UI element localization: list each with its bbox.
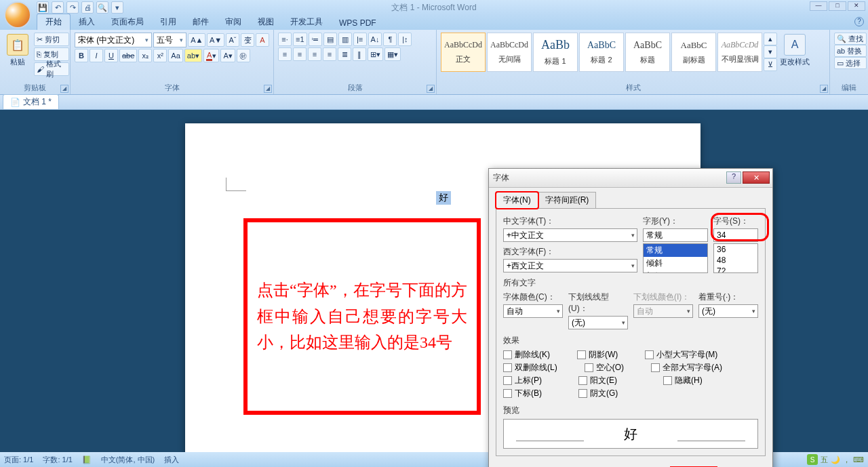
chk-sup[interactable]: 上标(P) bbox=[503, 375, 542, 386]
tab-layout[interactable]: 页面布局 bbox=[103, 14, 152, 30]
emphasis-combo[interactable]: (无) bbox=[698, 304, 758, 318]
status-mode[interactable]: 插入 bbox=[164, 455, 179, 465]
char-shading-button[interactable]: A▾ bbox=[220, 49, 235, 62]
size-input[interactable]: 34 bbox=[713, 228, 758, 242]
ime-keyboard-icon[interactable]: ⌨ bbox=[853, 455, 864, 464]
west-font-combo[interactable]: +西文正文 bbox=[503, 259, 637, 272]
shading-button[interactable]: ⊞▾ bbox=[368, 47, 383, 61]
chk-allcaps[interactable]: 全部大写字母(A) bbox=[651, 362, 722, 373]
text-effects-button[interactable]: Aa bbox=[168, 49, 182, 62]
style-heading1[interactable]: AaBb标题 1 bbox=[533, 33, 578, 72]
status-lang[interactable]: 中文(简体, 中国) bbox=[101, 455, 155, 465]
chk-outline[interactable]: 空心(O) bbox=[585, 362, 624, 373]
change-case-button[interactable]: 变 bbox=[241, 33, 254, 47]
style-listbox[interactable]: 常规 倾斜 加粗 bbox=[643, 243, 708, 273]
grow-font-button[interactable]: A▲ bbox=[188, 33, 205, 47]
show-marks-button[interactable]: ¶ bbox=[383, 33, 397, 46]
style-subtle-emphasis[interactable]: AaBbCcDd不明显强调 bbox=[717, 33, 762, 72]
font-color-combo[interactable]: 自动 bbox=[503, 304, 563, 318]
restore-button[interactable]: □ bbox=[829, 1, 846, 11]
chk-emboss[interactable]: 阳文(E) bbox=[578, 375, 617, 386]
replace-button[interactable]: ab替换 bbox=[834, 45, 867, 57]
snap-grid-button[interactable]: ‖ bbox=[353, 47, 366, 61]
shrink-font-button[interactable]: A▼ bbox=[207, 33, 224, 47]
font-name-combo[interactable]: 宋体 (中文正文) bbox=[75, 33, 152, 47]
phonetic-button[interactable]: Aˇ bbox=[226, 33, 239, 47]
tab-home[interactable]: 开始 bbox=[37, 14, 71, 30]
tab-view[interactable]: 视图 bbox=[250, 14, 282, 30]
qat-redo-icon[interactable]: ↷ bbox=[66, 1, 79, 14]
style-subtitle[interactable]: AaBbC副标题 bbox=[671, 33, 716, 72]
change-styles-button[interactable]: A 更改样式 bbox=[777, 33, 812, 72]
clipboard-dialog-launcher[interactable]: ◢ bbox=[60, 85, 68, 93]
font-color-button[interactable]: A▾ bbox=[203, 49, 219, 62]
style-scroll-down[interactable]: ▾ bbox=[764, 45, 777, 58]
size-listbox[interactable]: 36 48 72 bbox=[713, 243, 758, 273]
styles-dialog-launcher[interactable]: ◢ bbox=[820, 85, 828, 93]
underline-button[interactable]: U bbox=[104, 49, 118, 62]
style-opt-bold[interactable]: 加粗 bbox=[644, 270, 707, 273]
justify-button[interactable]: ≡ bbox=[323, 47, 336, 61]
style-input[interactable]: 常规 bbox=[643, 228, 708, 242]
ime-punct-icon[interactable]: ， bbox=[843, 455, 850, 465]
tab-references[interactable]: 引用 bbox=[152, 14, 184, 30]
chk-dstrike[interactable]: 双删除线(L) bbox=[503, 362, 557, 373]
line-spacing-button[interactable]: |↕ bbox=[398, 33, 412, 46]
close-button[interactable]: ✕ bbox=[848, 1, 865, 11]
dialog-close-button[interactable]: ✕ bbox=[743, 171, 770, 184]
selected-text[interactable]: 好 bbox=[436, 191, 451, 205]
chk-shadow[interactable]: 阴影(W) bbox=[577, 349, 618, 361]
underline-combo[interactable]: (无) bbox=[568, 316, 628, 329]
borders-button[interactable]: ▦▾ bbox=[384, 47, 401, 61]
dialog-titlebar[interactable]: 字体 ? ✕ bbox=[489, 169, 772, 188]
minimize-button[interactable]: — bbox=[810, 1, 827, 11]
style-opt-regular[interactable]: 常规 bbox=[644, 244, 707, 257]
document-tab[interactable]: 📄 文档 1 * bbox=[3, 94, 59, 109]
style-normal[interactable]: AaBbCcDd正文 bbox=[441, 33, 486, 72]
qat-print-icon[interactable]: 🖨 bbox=[81, 1, 94, 14]
align-left-button[interactable]: ≡ bbox=[278, 47, 292, 61]
strike-button[interactable]: abe bbox=[119, 49, 137, 62]
office-button[interactable] bbox=[4, 1, 31, 28]
size-opt-36[interactable]: 36 bbox=[714, 244, 757, 255]
cn-font-combo[interactable]: +中文正文 bbox=[503, 228, 637, 242]
chk-sub[interactable]: 下标(B) bbox=[503, 388, 542, 399]
chk-hidden[interactable]: 隐藏(H) bbox=[663, 375, 703, 386]
sort-button[interactable]: A↓ bbox=[368, 33, 382, 46]
highlight-button[interactable]: ab▾ bbox=[184, 49, 202, 62]
tab-developer[interactable]: 开发工具 bbox=[282, 14, 331, 30]
qat-undo-icon[interactable]: ↶ bbox=[52, 1, 64, 14]
font-dialog-launcher[interactable]: ◢ bbox=[264, 85, 272, 93]
font-size-combo[interactable]: 五号 bbox=[153, 33, 186, 47]
enclose-char-button[interactable]: ㊖ bbox=[237, 49, 250, 62]
bullets-button[interactable]: ≡· bbox=[278, 33, 292, 46]
select-button[interactable]: ▭选择 bbox=[834, 57, 867, 69]
chk-strike[interactable]: 删除线(K) bbox=[503, 349, 550, 361]
increase-indent-button[interactable]: ▥ bbox=[338, 33, 352, 46]
align-center-button[interactable]: ≡ bbox=[293, 47, 307, 61]
style-gallery-more[interactable]: ⊻ bbox=[764, 58, 777, 71]
ime-icon[interactable]: S bbox=[807, 454, 818, 465]
tab-review[interactable]: 审阅 bbox=[217, 14, 250, 30]
dialog-tab-font[interactable]: 字体(N) bbox=[496, 192, 538, 209]
size-opt-72[interactable]: 72 bbox=[714, 266, 757, 273]
paragraph-dialog-launcher[interactable]: ◢ bbox=[427, 85, 435, 93]
status-words[interactable]: 字数: 1/1 bbox=[43, 455, 72, 465]
dialog-tab-spacing[interactable]: 字符间距(R) bbox=[538, 192, 597, 209]
italic-button[interactable]: I bbox=[90, 49, 103, 62]
decrease-indent-button[interactable]: ▤ bbox=[323, 33, 337, 46]
size-opt-48[interactable]: 48 bbox=[714, 255, 757, 266]
dialog-help-button[interactable]: ? bbox=[726, 171, 741, 184]
numbering-button[interactable]: ≡1 bbox=[293, 33, 307, 46]
chk-smallcaps[interactable]: 小型大写字母(M) bbox=[645, 349, 717, 361]
distribute-button[interactable]: ≣ bbox=[338, 47, 351, 61]
help-icon[interactable]: ? bbox=[854, 17, 864, 26]
ime-text[interactable]: 五 bbox=[821, 455, 828, 465]
status-page[interactable]: 页面: 1/1 bbox=[4, 455, 33, 465]
paste-button[interactable]: 📋 粘贴 bbox=[4, 33, 31, 76]
ime-mode-icon[interactable]: 🌙 bbox=[831, 455, 840, 464]
tab-mailings[interactable]: 邮件 bbox=[184, 14, 217, 30]
tab-insert[interactable]: 插入 bbox=[71, 14, 103, 30]
qat-preview-icon[interactable]: 🔍 bbox=[96, 1, 108, 14]
style-opt-italic[interactable]: 倾斜 bbox=[644, 257, 707, 270]
